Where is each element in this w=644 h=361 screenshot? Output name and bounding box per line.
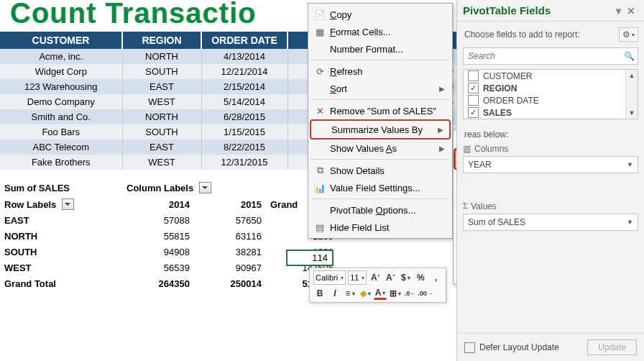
size-select[interactable]: 11▾	[348, 270, 367, 285]
scroll-down-icon[interactable]: ▼	[626, 107, 638, 119]
remove-icon	[313, 105, 327, 116]
field-search[interactable]: 🔍	[463, 47, 638, 65]
decimal-inc-icon[interactable]: .0←	[404, 287, 417, 300]
field-customer[interactable]: CUSTOMER	[464, 70, 638, 82]
chevron-right-icon: ▶	[439, 145, 445, 152]
scroll-up-icon[interactable]: ▲	[626, 70, 638, 81]
pivot-row[interactable]: EAST5708857650114	[0, 213, 338, 229]
blank-icon	[313, 142, 327, 154]
row-labels-dropdown[interactable]	[62, 198, 74, 210]
blank-icon	[313, 204, 327, 216]
scrollbar[interactable]: ▲ ▼	[625, 70, 638, 119]
selected-cell[interactable]: 114	[286, 250, 334, 266]
fields-list[interactable]: CUSTOMERREGIONORDER DATESALES ▲ ▼	[463, 69, 638, 119]
columns-item[interactable]: YEAR ▼	[463, 156, 638, 173]
values-area-label: Values	[463, 201, 638, 211]
menu-value-field-settings[interactable]: Value Field Settings...	[310, 179, 451, 196]
shrink-font-icon[interactable]: A˅	[384, 271, 397, 284]
blank-icon	[313, 43, 327, 55]
pivot-table: Sum of SALES Column Labels Row Labels 20…	[0, 180, 338, 292]
decimal-dec-icon[interactable]: .00→	[419, 287, 432, 300]
menu-refresh[interactable]: Refresh	[310, 63, 451, 80]
menu-pivottable-options[interactable]: PivotTable Options...	[310, 201, 451, 219]
checkbox[interactable]	[468, 107, 479, 118]
format-icon	[313, 26, 327, 37]
grow-font-icon[interactable]: A˄	[369, 271, 382, 284]
chevron-right-icon: ▶	[438, 126, 443, 134]
menu-summarize-values-by[interactable]: Summarize Values By▶	[310, 119, 451, 140]
pane-close-icon[interactable]: ✕	[624, 5, 638, 17]
field-sales[interactable]: SALES	[464, 106, 638, 119]
fill-color-icon[interactable]: ◆▾	[359, 287, 372, 300]
align-icon[interactable]: ≡▾	[344, 287, 356, 300]
defer-label: Defer Layout Update	[479, 342, 559, 352]
layout-gear-button[interactable]: ⚙ ▾	[619, 27, 638, 42]
menu-sort[interactable]: Sort▶	[310, 80, 451, 97]
copy-icon	[313, 9, 327, 20]
values-item[interactable]: Sum of SALES ▼	[463, 214, 638, 231]
pivot-row[interactable]: NORTH55815631161189	[0, 229, 338, 245]
pivot-gt-2015: 250014	[194, 276, 266, 292]
menu-copy[interactable]: Copy	[310, 6, 451, 23]
percent-icon[interactable]: %	[414, 271, 427, 284]
mini-toolbar[interactable]: Calibri▾ 11▾ A˄ A˅ $▾ % , B I ≡▾ ◆▾ A▾ ⊞…	[309, 268, 446, 303]
field-order-date[interactable]: ORDER DATE	[464, 94, 638, 106]
vfs-icon	[313, 182, 327, 193]
font-select[interactable]: Calibri▾	[313, 270, 346, 285]
choose-fields-label: Choose fields to add to report:	[464, 29, 580, 40]
gear-icon: ⚙	[622, 29, 630, 40]
col-region[interactable]: REGION	[122, 32, 201, 49]
col-labels-dropdown[interactable]	[199, 182, 211, 193]
comma-icon[interactable]: ,	[429, 271, 442, 284]
borders-icon[interactable]: ⊞▾	[389, 287, 402, 300]
checkbox[interactable]	[468, 70, 479, 81]
menu-format-cells[interactable]: Format Cells...	[310, 23, 451, 40]
refresh-icon	[313, 65, 327, 77]
checkbox[interactable]	[468, 95, 479, 106]
checkbox[interactable]	[468, 83, 479, 93]
chevron-down-icon: ▼	[627, 161, 633, 168]
field-region[interactable]: REGION	[464, 82, 638, 94]
columns-icon	[463, 144, 472, 154]
font-color-icon[interactable]: A▾	[374, 288, 387, 300]
search-input[interactable]	[466, 50, 624, 62]
pane-dropdown-icon[interactable]: ▾	[613, 5, 624, 17]
columns-area-label: Columns	[463, 144, 638, 154]
pivot-row-labels[interactable]: Row Labels	[0, 196, 122, 213]
menu-number-format[interactable]: Number Format...	[310, 40, 451, 58]
blank-icon	[314, 124, 328, 135]
currency-icon[interactable]: $▾	[399, 271, 412, 284]
pivot-fields-pane: PivotTable Fields ▾ ✕ Choose fields to a…	[456, 0, 644, 361]
col-order-date[interactable]: ORDER DATE	[201, 32, 288, 49]
search-icon: 🔍	[624, 51, 635, 61]
pivot-values-label: Sum of SALES	[0, 180, 122, 196]
col-customer[interactable]: CUSTOMER	[0, 32, 122, 49]
sigma-icon	[463, 201, 468, 211]
drag-fields-label: reas below:	[457, 125, 644, 141]
defer-checkbox[interactable]	[464, 342, 475, 353]
menu-hide-field-list[interactable]: Hide Field List	[310, 219, 451, 236]
menu-show-details[interactable]: Show Details	[310, 162, 451, 179]
bold-icon[interactable]: B	[313, 287, 326, 300]
chevron-down-icon: ▼	[627, 219, 633, 226]
hide-icon	[313, 221, 327, 233]
menu-show-values-as[interactable]: Show Values As▶	[310, 140, 451, 157]
chevron-right-icon: ▶	[439, 85, 445, 93]
update-button[interactable]: Update	[587, 339, 637, 355]
pivot-column-labels[interactable]: Column Labels	[122, 180, 338, 196]
pivot-gt-label: Grand Total	[0, 276, 122, 292]
blank-icon	[313, 83, 327, 94]
context-menu[interactable]: CopyFormat Cells...Number Format...Refre…	[308, 3, 453, 239]
menu-remove-sum-of-sales[interactable]: Remove "Sum of SALES"	[310, 102, 451, 119]
show-icon	[313, 165, 327, 176]
pivot-col-2015[interactable]: 2015	[194, 196, 266, 213]
italic-icon[interactable]: I	[328, 287, 341, 300]
pane-title: PivotTable Fields	[463, 4, 551, 17]
pivot-gt-2014: 264350	[122, 276, 194, 292]
pivot-col-2014[interactable]: 2014	[122, 196, 194, 213]
